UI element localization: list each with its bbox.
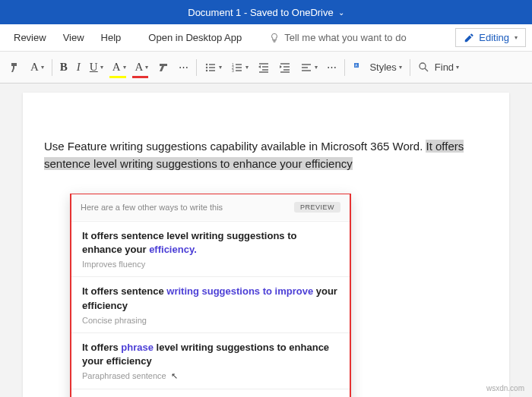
font-color-button[interactable]: A▾ — [131, 57, 154, 78]
suggestion-text: It offers sentence writing suggestions t… — [82, 285, 339, 312]
suggestion-item[interactable]: It offers phrase level writing suggestio… — [71, 332, 350, 389]
tell-me-label: Tell me what you want to do — [284, 32, 406, 43]
menu-review[interactable]: Review — [6, 27, 54, 48]
tell-me-search[interactable]: Tell me what you want to do — [261, 27, 413, 48]
suggestion-reason: Paraphrased sentence↖ — [82, 371, 339, 381]
document-body[interactable]: Use Feature writing suggestions capabili… — [44, 138, 488, 172]
numbering-button[interactable]: 123▾ — [226, 57, 253, 78]
suggestions-header-text: Here are a few other ways to write this — [81, 203, 223, 212]
chevron-down-icon[interactable]: ⌄ — [338, 8, 344, 17]
font-color-a-button[interactable]: A▾ — [26, 57, 49, 78]
outdent-icon — [258, 61, 270, 74]
menu-bar: Review View Help Open in Desktop App Tel… — [0, 24, 532, 52]
pencil-icon — [464, 33, 474, 43]
menu-help[interactable]: Help — [93, 27, 129, 48]
title-bar: Document 1 - Saved to OneDrive ⌄ — [0, 0, 532, 24]
watermark: wsxdn.com — [486, 384, 524, 392]
open-desktop-app[interactable]: Open in Desktop App — [139, 27, 251, 48]
align-button[interactable]: ▾ — [296, 57, 322, 78]
svg-point-1 — [206, 66, 207, 68]
bold-button[interactable]: B — [55, 57, 72, 78]
suggestion-text: It offers sentence level writing suggest… — [82, 229, 339, 257]
separator — [196, 59, 197, 76]
suggestions-header: Here are a few other ways to write this … — [71, 194, 350, 220]
styles-icon: A — [353, 61, 365, 74]
page-area: Use Feature writing suggestions capabili… — [0, 83, 532, 397]
paintbrush-icon — [9, 61, 21, 74]
cursor-icon: ↖ — [171, 371, 178, 381]
highlight-button[interactable]: A▾ — [108, 57, 131, 78]
suggestion-reason: Concise phrasing — [82, 316, 339, 325]
bullets-button[interactable]: ▾ — [200, 57, 226, 78]
svg-point-0 — [206, 63, 207, 65]
doc-title: Document 1 - Saved to OneDrive — [188, 7, 333, 18]
give-feedback-button[interactable]: Give feedback ⋯ — [71, 389, 350, 397]
svg-point-7 — [420, 63, 426, 69]
numbering-icon: 123 — [231, 61, 243, 74]
find-button[interactable]: Find▾ — [413, 57, 464, 78]
clear-format-button[interactable] — [153, 57, 174, 78]
search-icon — [418, 61, 430, 74]
styles-button[interactable]: AStyles▾ — [348, 57, 406, 78]
align-icon — [300, 61, 312, 74]
separator — [344, 59, 345, 76]
suggestion-item[interactable]: It offers sentence level writing suggest… — [71, 221, 350, 276]
preview-badge: PREVIEW — [294, 202, 340, 213]
indent-button[interactable] — [274, 57, 296, 78]
writing-suggestions-panel: Here are a few other ways to write this … — [70, 194, 351, 397]
svg-text:3: 3 — [232, 68, 234, 73]
editing-label: Editing — [479, 32, 509, 43]
suggestion-reason: Improves fluency — [82, 260, 339, 269]
more-para-button[interactable]: ⋯ — [322, 57, 341, 78]
chevron-down-icon: ▾ — [515, 34, 518, 41]
underline-button[interactable]: U▾ — [85, 57, 108, 78]
format-painter-button[interactable] — [5, 57, 26, 78]
svg-point-2 — [206, 69, 207, 71]
eraser-icon — [157, 61, 169, 74]
outdent-button[interactable] — [253, 57, 274, 78]
italic-button[interactable]: I — [72, 57, 85, 78]
suggestion-item[interactable]: It offers sentence writing suggestions t… — [71, 276, 350, 332]
more-format-button[interactable]: ⋯ — [174, 57, 193, 78]
separator — [410, 59, 410, 76]
separator — [52, 59, 52, 76]
lightbulb-icon — [269, 33, 280, 43]
editing-mode-button[interactable]: Editing ▾ — [455, 28, 526, 47]
ribbon-toolbar: A▾ B I U▾ A▾ A▾ ⋯ ▾ 123▾ ▾ ⋯ AStyles▾ Fi… — [0, 52, 532, 83]
indent-icon — [279, 61, 291, 74]
menu-view[interactable]: View — [55, 27, 92, 48]
bullets-icon — [204, 61, 217, 74]
suggestion-text: It offers phrase level writing suggestio… — [82, 341, 339, 368]
doc-sentence-1: Use Feature writing suggestions capabili… — [44, 140, 426, 153]
